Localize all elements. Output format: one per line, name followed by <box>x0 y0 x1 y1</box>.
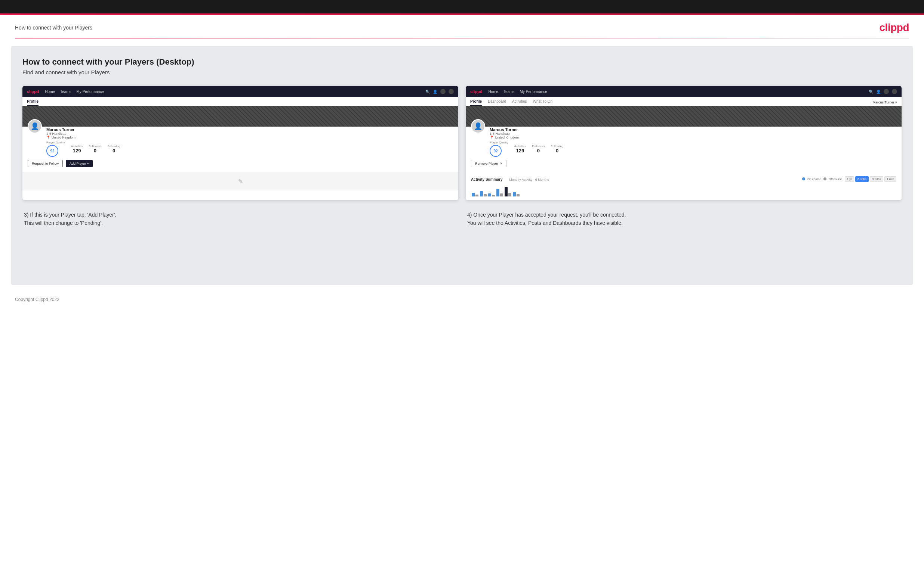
clippd-logo: clippd <box>880 22 909 34</box>
descriptions-row: 3) If this is your Player tap, 'Add Play… <box>23 211 901 227</box>
bar-offcourse-2 <box>484 194 487 197</box>
globe-icon-right[interactable] <box>892 89 897 94</box>
user-dropdown-right[interactable]: Marcus Turner ▾ <box>872 100 897 106</box>
bar-offcourse-6 <box>517 194 520 197</box>
page-header: How to connect with your Players clippd <box>0 15 924 38</box>
mock-profile-content-right: 👤 Marcus Turner 1-5 Handicap 📍 United Ki… <box>466 127 901 172</box>
player-name-right: Marcus Turner <box>489 127 897 132</box>
stats-row-right: Player Quality 92 Activities 129 Followe… <box>489 141 897 157</box>
mock-logo-right: clippd <box>470 89 482 94</box>
tab-activities-right[interactable]: Activities <box>512 99 527 106</box>
bar-group-2 <box>480 191 487 197</box>
mock-nav-right: Home Teams My Performance <box>488 90 863 94</box>
bar-oncourse-3 <box>488 193 491 197</box>
screenshots-row: clippd Home Teams My Performance 🔍 👤 Pro… <box>23 86 901 200</box>
tab-dashboard-right[interactable]: Dashboard <box>488 99 506 106</box>
activity-titles: Activity Summary Monthly Activity · 6 Mo… <box>471 176 549 182</box>
avatar-right: 👤 <box>471 119 485 133</box>
mock-tabbar-left: Profile <box>23 97 458 106</box>
remove-player-label: Remove Player <box>475 162 498 166</box>
stat-followers-left: Followers 0 <box>89 145 101 153</box>
user-icon-right[interactable]: 👤 <box>876 90 880 94</box>
bar-oncourse-1 <box>472 193 475 197</box>
time-3mths-button[interactable]: 3 mths <box>870 176 883 182</box>
mock-tabbar-right: Profile Dashboard Activities What To On … <box>466 97 901 106</box>
handicap-left: 1-5 Handicap <box>46 132 453 135</box>
banner-img-right <box>466 106 901 127</box>
breadcrumb: How to connect with your Players <box>15 25 92 31</box>
edit-icon-area-left: ✎ <box>23 172 458 190</box>
mock-profile-content-left: 👤 Marcus Turner 1-5 Handicap 📍 United Ki… <box>23 127 458 172</box>
request-follow-button[interactable]: Request to Follow <box>27 160 63 167</box>
quality-circle-left: 92 <box>46 145 58 157</box>
legend-oncourse-dot <box>802 177 805 181</box>
stat-activities-left: Activities 129 <box>71 145 83 153</box>
chart-legend: On course Off course <box>802 177 843 181</box>
tab-profile-left[interactable]: Profile <box>27 99 39 106</box>
buttons-row-right: Remove Player ✕ <box>471 160 897 167</box>
edit-icon-left: ✎ <box>238 178 243 185</box>
time-buttons: 1 yr 6 mths 3 mths 1 mth <box>845 176 897 182</box>
avatar-wrapper-left: 👤 <box>27 119 42 133</box>
tabs-left-right: Profile Dashboard Activities What To On <box>470 99 552 106</box>
stats-row-left: Player Quality 92 Activities 129 Followe… <box>46 141 453 157</box>
search-icon-right[interactable]: 🔍 <box>869 90 873 94</box>
add-player-button[interactable]: Add Player + <box>66 160 93 167</box>
nav-home-left: Home <box>45 90 55 94</box>
bar-oncourse-4 <box>496 189 499 197</box>
activity-chart <box>471 185 897 197</box>
quality-label-left: Player Quality <box>46 141 65 144</box>
screenshot-right: clippd Home Teams My Performance 🔍 👤 Pro… <box>466 86 901 200</box>
bar-oncourse-6 <box>513 192 516 197</box>
nav-performance-left: My Performance <box>77 90 104 94</box>
profile-info-right: Marcus Turner 1-5 Handicap 📍 United King… <box>489 127 897 139</box>
top-bar <box>0 0 924 13</box>
main-title: How to connect with your Players (Deskto… <box>23 57 901 67</box>
legend-offcourse-dot <box>824 177 826 181</box>
mock-navbar-right: clippd Home Teams My Performance 🔍 👤 <box>466 86 901 97</box>
quality-block-left: Player Quality 92 <box>46 141 65 157</box>
tab-profile-right[interactable]: Profile <box>470 99 482 106</box>
description-left: 3) If this is your Player tap, 'Add Play… <box>23 211 458 227</box>
mock-nav-icons-left: 🔍 👤 <box>425 89 454 94</box>
settings-icon-left[interactable] <box>440 89 446 94</box>
search-icon-left[interactable]: 🔍 <box>425 90 430 94</box>
mock-nav-icons-right: 🔍 👤 <box>869 89 897 94</box>
user-icon-left[interactable]: 👤 <box>433 90 437 94</box>
quality-label-right: Player Quality <box>489 141 508 144</box>
page-footer: Copyright Clippd 2022 <box>0 292 924 306</box>
legend-offcourse-label: Off course <box>829 177 843 181</box>
country-right: 📍 United Kingdom <box>489 135 897 139</box>
nav-performance-right: My Performance <box>520 90 547 94</box>
bar-group-4 <box>496 189 503 197</box>
nav-teams-right: Teams <box>504 90 514 94</box>
avatar-wrapper-right: 👤 <box>471 119 485 133</box>
tab-whattowork-right[interactable]: What To On <box>533 99 553 106</box>
time-6mths-button[interactable]: 6 mths <box>855 176 869 182</box>
banner-img-left <box>23 106 458 127</box>
bar-oncourse-5 <box>505 187 507 197</box>
pin-icon-left: 📍 <box>46 135 50 139</box>
time-1mth-button[interactable]: 1 mth <box>884 176 897 182</box>
time-1yr-button[interactable]: 1 yr <box>845 176 854 182</box>
bar-offcourse-5 <box>508 193 511 197</box>
bar-group-1 <box>472 193 478 197</box>
bar-offcourse-1 <box>475 195 478 197</box>
avatar-left: 👤 <box>27 119 42 133</box>
settings-icon-right[interactable] <box>884 89 889 94</box>
description-text-left: 3) If this is your Player tap, 'Add Play… <box>24 211 457 227</box>
close-icon-remove: ✕ <box>500 162 503 166</box>
remove-player-button[interactable]: Remove Player ✕ <box>471 160 507 167</box>
globe-icon-left[interactable] <box>449 89 454 94</box>
bar-offcourse-3 <box>492 195 495 197</box>
handicap-right: 1-5 Handicap <box>489 132 897 135</box>
bar-oncourse-2 <box>480 191 483 197</box>
nav-teams-left: Teams <box>60 90 71 94</box>
bar-group-5 <box>505 187 511 197</box>
stat-activities-right: Activities 129 <box>514 145 526 153</box>
activity-header: Activity Summary Monthly Activity · 6 Mo… <box>471 176 897 182</box>
quality-block-right: Player Quality 92 <box>489 141 508 157</box>
mock-logo-left: clippd <box>27 89 39 94</box>
description-right: 4) Once your Player has accepted your re… <box>466 211 901 227</box>
bar-group-3 <box>488 193 495 197</box>
